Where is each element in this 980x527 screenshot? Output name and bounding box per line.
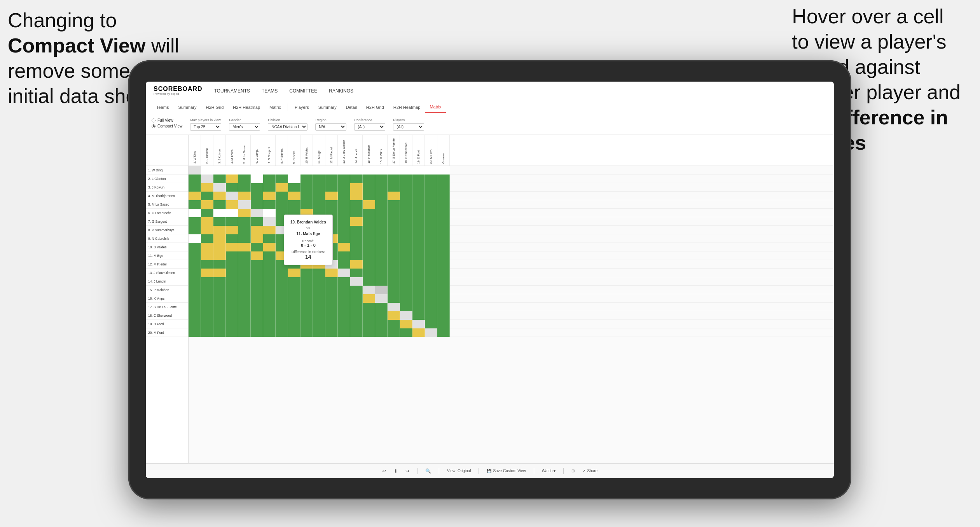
- grid-cell[interactable]: [350, 200, 363, 209]
- grid-cell[interactable]: [338, 251, 350, 260]
- grid-cell[interactable]: [338, 175, 350, 183]
- grid-cell[interactable]: [425, 183, 437, 192]
- grid-cell[interactable]: [213, 277, 226, 286]
- grid-cell[interactable]: [238, 183, 251, 192]
- grid-cell[interactable]: [375, 192, 388, 200]
- nav-committee[interactable]: COMMITTEE: [289, 87, 317, 95]
- grid-cell[interactable]: [400, 294, 412, 303]
- grid-cell[interactable]: [400, 226, 412, 234]
- grid-cell[interactable]: [251, 243, 263, 251]
- grid-cell[interactable]: [226, 269, 238, 277]
- grid-cell[interactable]: [288, 269, 300, 277]
- grid-cell[interactable]: [437, 260, 450, 269]
- grid-cell[interactable]: [375, 320, 388, 328]
- region-select[interactable]: N/A: [315, 123, 346, 131]
- save-custom-button[interactable]: 💾 Save Custom View: [487, 469, 526, 473]
- grid-cell[interactable]: [400, 286, 412, 294]
- grid-cell[interactable]: [437, 209, 450, 217]
- grid-cell[interactable]: [263, 183, 276, 192]
- grid-cell[interactable]: [251, 200, 263, 209]
- grid-cell[interactable]: [400, 166, 412, 175]
- grid-cell[interactable]: [201, 200, 213, 209]
- grid-cell[interactable]: [213, 243, 226, 251]
- grid-cell[interactable]: [363, 294, 375, 303]
- grid-cell[interactable]: [201, 286, 213, 294]
- grid-cell[interactable]: [437, 166, 450, 175]
- grid-cell[interactable]: [288, 303, 300, 311]
- grid-cell[interactable]: [189, 226, 201, 234]
- grid-cell[interactable]: [363, 192, 375, 200]
- grid-cell[interactable]: [363, 209, 375, 217]
- grid-cell[interactable]: [425, 303, 437, 311]
- grid-cell[interactable]: [201, 209, 213, 217]
- grid-cell[interactable]: [189, 251, 201, 260]
- grid-cell[interactable]: [226, 226, 238, 234]
- grid-cell[interactable]: [375, 166, 388, 175]
- grid-cell[interactable]: [375, 328, 388, 337]
- grid-cell[interactable]: [276, 277, 288, 286]
- grid-cell[interactable]: [437, 251, 450, 260]
- grid-cell[interactable]: [238, 175, 251, 183]
- grid-cell[interactable]: [313, 328, 325, 337]
- grid-cell[interactable]: [388, 209, 400, 217]
- grid-cell[interactable]: [412, 243, 425, 251]
- grid-cell[interactable]: [251, 328, 263, 337]
- grid-cell[interactable]: [251, 166, 263, 175]
- grid-cell[interactable]: [313, 192, 325, 200]
- tab-summary2[interactable]: Summary: [314, 102, 341, 113]
- tab-h2h-heatmap1[interactable]: H2H Heatmap: [228, 102, 265, 113]
- tab-detail[interactable]: Detail: [341, 102, 362, 113]
- grid-cell[interactable]: [338, 303, 350, 311]
- grid-cell[interactable]: [412, 217, 425, 226]
- tab-h2h-grid2[interactable]: H2H Grid: [362, 102, 389, 113]
- grid-cell[interactable]: [189, 269, 201, 277]
- grid-cell[interactable]: [238, 260, 251, 269]
- grid-cell[interactable]: [189, 200, 201, 209]
- grid-cell[interactable]: [226, 243, 238, 251]
- grid-cell[interactable]: [412, 294, 425, 303]
- grid-cell[interactable]: [412, 200, 425, 209]
- grid-cell[interactable]: [400, 269, 412, 277]
- grid-cell[interactable]: [400, 183, 412, 192]
- grid-cell[interactable]: [388, 217, 400, 226]
- grid-cell[interactable]: [251, 175, 263, 183]
- grid-cell[interactable]: [189, 175, 201, 183]
- grid-cell[interactable]: [313, 166, 325, 175]
- grid-cell[interactable]: [437, 286, 450, 294]
- grid-cell[interactable]: [425, 277, 437, 286]
- grid-cell[interactable]: [375, 183, 388, 192]
- grid-cell[interactable]: [226, 166, 238, 175]
- grid-cell[interactable]: [437, 234, 450, 243]
- grid-cell[interactable]: [425, 217, 437, 226]
- grid-cell[interactable]: [338, 311, 350, 320]
- grid-cell[interactable]: [388, 320, 400, 328]
- watch-button[interactable]: Watch ▾: [542, 469, 556, 473]
- grid-cell[interactable]: [325, 303, 338, 311]
- grid-cell[interactable]: [338, 277, 350, 286]
- grid-cell[interactable]: [412, 251, 425, 260]
- grid-cell[interactable]: [412, 209, 425, 217]
- grid-cell[interactable]: [288, 328, 300, 337]
- grid-cell[interactable]: [189, 243, 201, 251]
- grid-cell[interactable]: [425, 243, 437, 251]
- grid-cell[interactable]: [363, 175, 375, 183]
- grid-cell[interactable]: [338, 209, 350, 217]
- grid-cell[interactable]: [412, 260, 425, 269]
- grid-cell[interactable]: [263, 328, 276, 337]
- grid-cell[interactable]: [251, 234, 263, 243]
- grid-cell[interactable]: [251, 269, 263, 277]
- grid-cell[interactable]: [238, 226, 251, 234]
- grid-cell[interactable]: [213, 328, 226, 337]
- grid-cell[interactable]: [300, 311, 313, 320]
- grid-cell[interactable]: [350, 166, 363, 175]
- grid-cell[interactable]: [350, 234, 363, 243]
- grid-cell[interactable]: [201, 226, 213, 234]
- grid-cell[interactable]: [400, 320, 412, 328]
- grid-cell[interactable]: [213, 286, 226, 294]
- grid-cell[interactable]: [300, 166, 313, 175]
- grid-cell[interactable]: [288, 175, 300, 183]
- grid-cell[interactable]: [251, 217, 263, 226]
- grid-cell[interactable]: [437, 243, 450, 251]
- grid-cell[interactable]: [400, 192, 412, 200]
- grid-cell[interactable]: [338, 286, 350, 294]
